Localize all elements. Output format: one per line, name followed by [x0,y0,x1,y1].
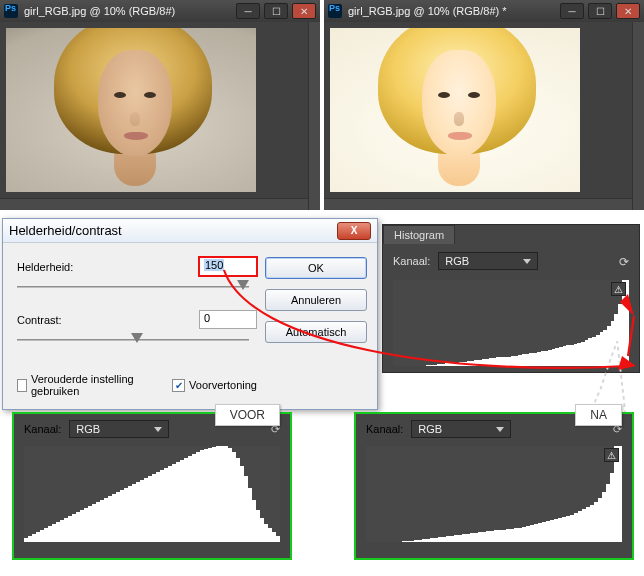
horizontal-scrollbar[interactable] [0,198,308,210]
channel-label: Kanaal: [24,423,61,435]
channel-select[interactable]: RGB [438,252,538,270]
channel-label: Kanaal: [393,255,430,267]
cache-warning-icon[interactable]: ⚠ [611,282,626,296]
minimize-button[interactable]: ─ [560,3,584,19]
dialog-title: Helderheid/contrast [9,223,337,238]
chevron-down-icon [154,427,162,432]
histogram-chart-live: ⚠ [393,280,629,366]
close-button[interactable]: ✕ [616,3,640,19]
left-window-titlebar[interactable]: girl_RGB.jpg @ 10% (RGB/8#) ─ ☐ ✕ [0,0,320,22]
histogram-panel[interactable]: Histogram Kanaal: RGB ⟳ ⚠ [382,224,640,373]
brightness-label: Helderheid: [17,261,117,273]
left-image [6,28,256,192]
vertical-scrollbar[interactable] [632,22,644,210]
compare-before-box: VOOR Kanaal: RGB ⟳ [12,412,292,560]
compare-after-box: NA Kanaal: RGB ⟳ ⚠ [354,412,634,560]
histogram-tab[interactable]: Histogram [383,225,455,244]
chevron-down-icon [496,427,504,432]
vertical-scrollbar[interactable] [308,22,320,210]
minimize-button[interactable]: ─ [236,3,260,19]
contrast-input[interactable]: 0 [199,310,257,329]
dialog-close-button[interactable]: X [337,222,371,240]
histogram-panel-before[interactable]: Kanaal: RGB ⟳ [14,414,290,558]
preview-checkbox[interactable]: ✔ Voorvertoning [172,373,257,397]
checkbox-icon [17,379,27,392]
histogram-chart-before [24,446,280,542]
contrast-slider[interactable] [17,331,257,349]
ok-button[interactable]: OK [265,257,367,279]
horizontal-scrollbar[interactable] [324,198,632,210]
contrast-label: Contrast: [17,314,117,326]
brightness-input[interactable]: 150 [199,257,257,276]
right-window-title: girl_RGB.jpg @ 10% (RGB/8#) * [346,5,560,17]
before-label: VOOR [215,404,280,426]
histogram-chart-after: ⚠ [366,446,622,542]
right-window-titlebar[interactable]: girl_RGB.jpg @ 10% (RGB/8#) * ─ ☐ ✕ [324,0,644,22]
cache-warning-icon[interactable]: ⚠ [604,448,619,462]
channel-select[interactable]: RGB [411,420,511,438]
brightness-slider[interactable] [17,278,257,296]
channel-label: Kanaal: [366,423,403,435]
brightness-contrast-dialog[interactable]: Helderheid/contrast X Helderheid: 150 Co… [2,218,378,410]
checkbox-icon: ✔ [172,379,185,392]
after-label: NA [575,404,622,426]
cancel-button[interactable]: Annuleren [265,289,367,311]
close-button[interactable]: ✕ [292,3,316,19]
histogram-panel-after[interactable]: Kanaal: RGB ⟳ ⚠ [356,414,632,558]
maximize-button[interactable]: ☐ [588,3,612,19]
photoshop-icon [4,4,18,18]
legacy-checkbox[interactable]: Verouderde instelling gebruiken [17,373,142,397]
maximize-button[interactable]: ☐ [264,3,288,19]
right-canvas[interactable] [324,22,644,210]
left-window-title: girl_RGB.jpg @ 10% (RGB/8#) [22,5,236,17]
auto-button[interactable]: Automatisch [265,321,367,343]
left-canvas[interactable] [0,22,320,210]
photoshop-icon [328,4,342,18]
refresh-icon[interactable]: ⟳ [615,255,633,269]
right-image [330,28,580,192]
chevron-down-icon [523,259,531,264]
channel-select[interactable]: RGB [69,420,169,438]
